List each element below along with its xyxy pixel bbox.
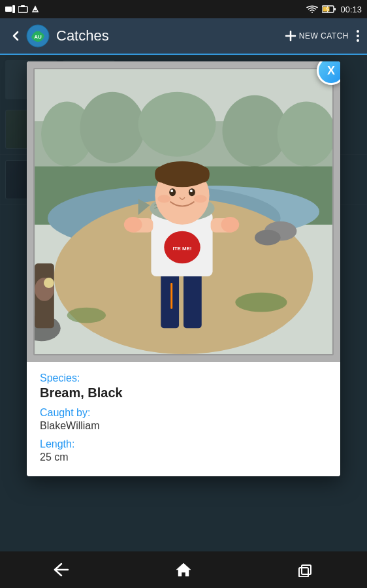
svg-point-50: [194, 195, 207, 203]
species-value: Bream, Black: [40, 385, 327, 400]
modal-photo-container: ITE ME!: [27, 61, 340, 362]
svg-point-38: [221, 217, 239, 233]
close-icon: X: [327, 65, 335, 76]
new-catch-label: NEW CATCH: [299, 31, 349, 41]
plus-icon: [285, 30, 296, 42]
svg-rect-3: [21, 5, 25, 7]
status-bar: 00:13: [0, 0, 367, 18]
app-logo: AU: [26, 24, 50, 48]
svg-rect-29: [161, 270, 179, 328]
recent-apps-nav-icon: [298, 563, 313, 577]
caught-by-label: Caught by:: [40, 407, 327, 419]
svg-rect-7: [334, 8, 336, 10]
species-label: Species:: [40, 372, 327, 384]
app-icon-3: [31, 5, 39, 13]
catch-photo: ITE ME!: [35, 69, 332, 354]
svg-rect-44: [155, 167, 209, 183]
svg-rect-55: [302, 565, 311, 574]
svg-point-46: [189, 188, 195, 196]
overflow-menu-button[interactable]: [357, 30, 359, 42]
back-nav-icon: [52, 563, 71, 577]
back-button[interactable]: [42, 557, 81, 583]
dot2: [357, 35, 359, 37]
svg-rect-20: [35, 69, 332, 167]
app-icon-2: [18, 5, 29, 13]
dot3: [357, 39, 359, 42]
svg-point-25: [67, 308, 106, 323]
home-nav-icon: [175, 562, 192, 578]
new-catch-button[interactable]: NEW CATCH: [285, 30, 349, 42]
svg-rect-56: [299, 568, 308, 577]
svg-rect-31: [170, 283, 172, 309]
modal-dialog: X: [27, 61, 340, 476]
svg-point-27: [255, 230, 281, 246]
svg-point-49: [157, 195, 170, 203]
header-actions: NEW CATCH: [285, 30, 359, 42]
svg-text:AU: AU: [34, 34, 42, 40]
svg-point-48: [190, 189, 193, 192]
nav-bar: [0, 551, 367, 588]
photo-frame: ITE ME!: [33, 68, 334, 355]
main-content: X: [0, 55, 367, 551]
modal-overlay: X: [0, 55, 367, 551]
header-title: Catches: [56, 27, 285, 44]
back-arrow-icon[interactable]: [8, 28, 24, 44]
modal-content: Species: Bream, Black Caught by: BlakeWi…: [27, 362, 340, 476]
status-bar-right-icons: 00:13: [306, 5, 362, 14]
caught-by-value: BlakeWilliam: [40, 420, 327, 432]
svg-rect-2: [18, 7, 27, 12]
battery-icon: [322, 5, 336, 13]
svg-point-5: [34, 8, 37, 10]
status-bar-left-icons: [5, 5, 39, 13]
wifi-icon: [306, 5, 318, 14]
length-label: Length:: [40, 438, 327, 450]
home-button[interactable]: [164, 557, 203, 583]
svg-point-53: [44, 278, 54, 288]
recent-apps-button[interactable]: [286, 557, 325, 583]
app-header: AU Catches NEW CATCH: [0, 18, 367, 55]
svg-text:ITE ME!: ITE ME!: [173, 246, 192, 252]
svg-rect-30: [184, 270, 202, 328]
length-value: 25 cm: [40, 451, 327, 463]
svg-point-24: [235, 293, 287, 312]
svg-point-45: [169, 188, 176, 196]
dot1: [357, 30, 359, 33]
svg-point-37: [124, 217, 142, 233]
time-display: 00:13: [340, 5, 362, 14]
svg-rect-0: [5, 7, 12, 12]
notification-icon: [5, 5, 16, 13]
svg-point-47: [170, 189, 173, 192]
svg-rect-1: [12, 5, 15, 13]
